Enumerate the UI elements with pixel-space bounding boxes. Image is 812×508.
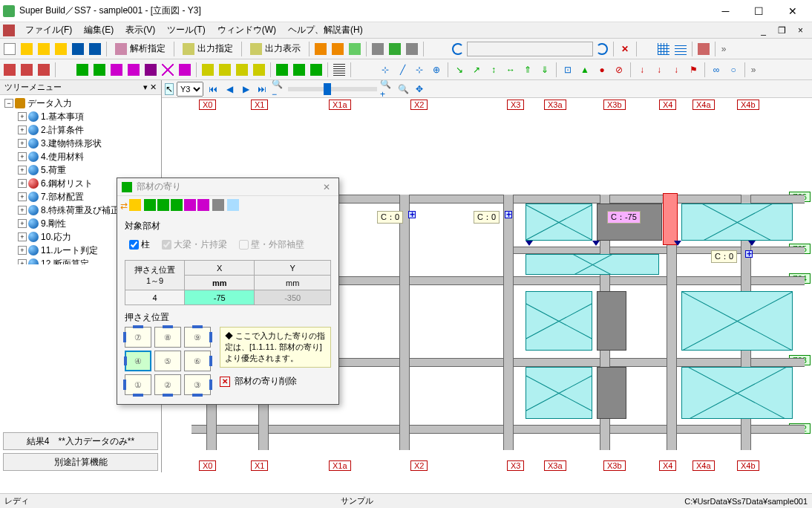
pos-7[interactable]: ⑦ bbox=[125, 327, 151, 348]
outview-button[interactable]: 出力表示 bbox=[245, 41, 306, 57]
red-1[interactable]: ↓ bbox=[634, 62, 650, 78]
mdi-minimize[interactable]: _ bbox=[755, 24, 772, 37]
redo-icon[interactable] bbox=[594, 41, 610, 57]
ar-4[interactable]: ↔ bbox=[502, 62, 519, 78]
tree-root[interactable]: − データ入力 bbox=[1, 97, 160, 110]
menu-edit[interactable]: 編集(E) bbox=[78, 22, 119, 38]
ar-5[interactable]: ⇑ bbox=[520, 62, 536, 78]
csv-icon[interactable] bbox=[387, 41, 403, 57]
shape-wall[interactable] bbox=[125, 62, 142, 78]
pos-1[interactable]: ① bbox=[125, 374, 151, 395]
pos-5[interactable]: ⑤ bbox=[154, 351, 181, 371]
nav-first[interactable]: ⏮ bbox=[206, 82, 220, 96]
tree-item-1[interactable]: +1.基本事項 bbox=[1, 110, 160, 123]
pos-3[interactable]: ③ bbox=[184, 374, 211, 395]
misc-4[interactable]: ⊘ bbox=[611, 62, 627, 78]
saveall-icon[interactable] bbox=[87, 41, 103, 57]
result-button[interactable]: 結果4 **入力データのみ** bbox=[3, 432, 158, 450]
delete-offset-button[interactable]: ✕ 部材の寄り削除 bbox=[220, 375, 331, 388]
menu-window[interactable]: ウィンドウ(W) bbox=[212, 22, 282, 38]
shape-f1[interactable] bbox=[177, 62, 193, 78]
expand-icon[interactable]: + bbox=[18, 192, 27, 201]
chk-wall[interactable]: 壁・外部袖壁 bbox=[239, 238, 304, 251]
dlg-tb-s2[interactable] bbox=[184, 199, 196, 213]
undo-icon[interactable] bbox=[450, 41, 466, 57]
expand-icon[interactable]: + bbox=[18, 232, 27, 241]
expand-icon[interactable]: + bbox=[18, 206, 27, 215]
chk-beam[interactable]: 大梁・片持梁 bbox=[162, 238, 227, 251]
undo-combo[interactable] bbox=[467, 42, 593, 56]
dlg-tb-print[interactable] bbox=[212, 199, 224, 213]
shape-col[interactable] bbox=[74, 62, 91, 78]
pan-icon[interactable]: ✥ bbox=[413, 82, 426, 96]
ar-1[interactable]: ↘ bbox=[451, 62, 468, 78]
dlg-tb-s3[interactable] bbox=[197, 199, 209, 213]
tb2-2[interactable] bbox=[19, 62, 35, 78]
handle-2[interactable] bbox=[505, 211, 512, 218]
pos-4[interactable]: ④ bbox=[125, 351, 151, 371]
tree-collapse-icon[interactable]: − bbox=[4, 99, 13, 108]
ar-2[interactable]: ↗ bbox=[468, 62, 485, 78]
expand-icon[interactable]: + bbox=[18, 126, 27, 134]
nav-next[interactable]: ▶ bbox=[239, 82, 252, 96]
cell-pos[interactable]: 4 bbox=[125, 290, 185, 305]
new-icon[interactable] bbox=[1, 41, 18, 57]
expand-icon[interactable]: + bbox=[18, 219, 27, 228]
open-icon[interactable] bbox=[19, 41, 35, 57]
dlg-tb-1[interactable]: ⇄ bbox=[120, 201, 128, 211]
export-icon[interactable] bbox=[404, 41, 420, 57]
zoom-in-icon[interactable]: 🔍+ bbox=[380, 82, 393, 96]
link-icon[interactable]: ∞ bbox=[708, 62, 724, 78]
mdi-icon[interactable] bbox=[3, 25, 15, 36]
expand-icon[interactable]: + bbox=[18, 139, 27, 148]
pos-8[interactable]: ⑧ bbox=[154, 327, 181, 348]
ar-6[interactable]: ⇓ bbox=[537, 62, 553, 78]
shape-y1[interactable] bbox=[200, 62, 216, 78]
expand-icon[interactable]: + bbox=[18, 166, 27, 175]
shape-br[interactable] bbox=[143, 62, 159, 78]
misc-2[interactable]: ▲ bbox=[577, 62, 593, 78]
shape-y3[interactable] bbox=[234, 62, 250, 78]
snap-1[interactable]: ⊹ bbox=[377, 62, 393, 78]
shape-g3[interactable] bbox=[308, 62, 324, 78]
output-button[interactable]: 出力指定 bbox=[177, 41, 238, 57]
menu-help[interactable]: ヘルプ、解説書(H) bbox=[282, 22, 369, 38]
open2-icon[interactable] bbox=[36, 41, 52, 57]
flag[interactable]: ⚑ bbox=[685, 62, 701, 78]
shape-g2[interactable] bbox=[291, 62, 307, 78]
axis-select[interactable]: Y3 bbox=[177, 82, 203, 97]
mdi-restore[interactable]: ❐ bbox=[772, 24, 792, 37]
zoom-slider[interactable] bbox=[288, 87, 377, 91]
print-icon[interactable] bbox=[370, 41, 386, 57]
snap-4[interactable]: ⊕ bbox=[428, 62, 445, 78]
nav-prev[interactable]: ◀ bbox=[223, 82, 236, 96]
zoom-fit-icon[interactable]: 🔍 bbox=[396, 82, 410, 96]
shape-g1[interactable] bbox=[274, 62, 290, 78]
menu-tool[interactable]: ツール(T) bbox=[161, 22, 211, 38]
toolbar2-overflow[interactable]: » bbox=[748, 65, 759, 75]
grid3-icon[interactable] bbox=[695, 41, 712, 57]
cell-x[interactable]: -75 bbox=[185, 290, 255, 305]
save-icon[interactable] bbox=[70, 41, 86, 57]
shape-y2[interactable] bbox=[217, 62, 233, 78]
dlg-tb-beam[interactable] bbox=[157, 199, 169, 213]
shape-slab[interactable] bbox=[108, 62, 125, 78]
tree-item-2[interactable]: +2.計算条件 bbox=[1, 123, 160, 137]
expand-icon[interactable]: + bbox=[18, 179, 27, 188]
maximize-button[interactable]: ☐ bbox=[742, 1, 776, 22]
menu-file[interactable]: ファイル(F) bbox=[19, 22, 78, 38]
dlg-tb-col[interactable] bbox=[144, 199, 156, 213]
menu-view[interactable]: 表示(V) bbox=[119, 22, 161, 38]
delete-icon[interactable]: ✕ bbox=[617, 41, 633, 57]
tree-item-5[interactable]: +5.荷重 bbox=[1, 163, 160, 177]
minimize-button[interactable]: ─ bbox=[709, 1, 742, 22]
tb2-3[interactable] bbox=[36, 62, 52, 78]
snap-2[interactable]: ╱ bbox=[394, 62, 410, 78]
link2-icon[interactable]: ○ bbox=[725, 62, 741, 78]
shape-y4[interactable] bbox=[251, 62, 267, 78]
expand-icon[interactable]: + bbox=[18, 152, 27, 161]
chk-column[interactable]: 柱 bbox=[129, 238, 150, 251]
dialog-close-icon[interactable]: ✕ bbox=[319, 182, 334, 192]
mdi-close[interactable]: × bbox=[792, 24, 809, 37]
red-3[interactable]: ↓ bbox=[668, 62, 684, 78]
